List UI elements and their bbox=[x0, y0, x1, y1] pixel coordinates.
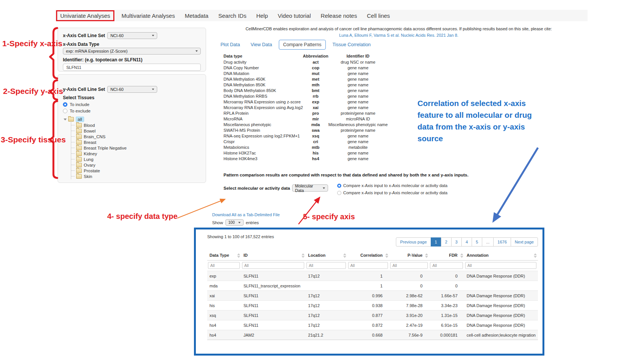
column-header-id[interactable]: ID bbox=[241, 251, 306, 261]
molecular-data-select[interactable]: Molecular Data bbox=[292, 184, 328, 192]
tab-plot-data[interactable]: Plot Data bbox=[217, 40, 244, 49]
page-button-5[interactable]: 5 bbox=[472, 237, 482, 247]
x-axis-cell-line-set-value: NCI-60 bbox=[110, 33, 123, 38]
page-button-4[interactable]: 4 bbox=[461, 237, 472, 247]
tab-view-data[interactable]: View Data bbox=[247, 40, 276, 49]
filter-input-p-value[interactable] bbox=[390, 262, 428, 269]
axis-option-label: Compare x-Axis input to y-Axis molecular… bbox=[343, 190, 447, 195]
axis-option-2[interactable]: Compare x-Axis input to y-Axis molecular… bbox=[337, 190, 447, 195]
datatype-row: DNA Copy Numbercopgene name bbox=[224, 65, 388, 70]
tree-node-label: Lung bbox=[84, 157, 94, 162]
column-header-location[interactable]: Location bbox=[306, 251, 347, 261]
tissue-node-blood[interactable]: Blood bbox=[71, 122, 201, 128]
show-entries-select[interactable]: 100 bbox=[225, 219, 244, 226]
citation-link[interactable]: Luna A, Elloumi F, Varma S et al. Nuclei… bbox=[242, 33, 556, 37]
tree-node-label: Blood bbox=[84, 123, 95, 128]
nav-item-multivariate-analyses[interactable]: Multivariate Analyses bbox=[117, 12, 180, 19]
page-button-2[interactable]: 2 bbox=[441, 237, 452, 247]
folder-icon bbox=[76, 151, 82, 156]
sort-icon[interactable] bbox=[460, 253, 463, 258]
prev-page-button[interactable]: Previous page bbox=[396, 237, 431, 247]
nav-item-video-tutorial[interactable]: Video tutorial bbox=[273, 12, 316, 19]
sort-icon[interactable] bbox=[385, 253, 388, 258]
page-button-1[interactable]: 1 bbox=[431, 237, 441, 247]
nav-item-search-ids[interactable]: Search IDs bbox=[213, 12, 251, 19]
radio-icon[interactable] bbox=[337, 191, 341, 195]
tab-compare-patterns[interactable]: Compare Patterns bbox=[279, 40, 325, 50]
next-page-button[interactable]: Next page bbox=[511, 237, 538, 247]
tissues-exclude-option[interactable]: To exclude bbox=[63, 109, 201, 113]
tissue-node-ovary[interactable]: Ovary bbox=[71, 162, 201, 168]
x-axis-data-type-label: x-Axis Data Type bbox=[63, 42, 201, 47]
sort-icon[interactable] bbox=[343, 253, 346, 258]
tissue-tree: all BloodBowelBrain_CNSBreastBreast Trip… bbox=[63, 116, 201, 179]
page-button-3[interactable]: 3 bbox=[451, 237, 462, 247]
column-header-data-type[interactable]: Data Type bbox=[207, 251, 241, 261]
results-box: Showing 1 to 100 of 167,522 entries Prev… bbox=[194, 228, 544, 356]
axis-option-group: Compare x-Axis input to x-Axis molecular… bbox=[337, 183, 447, 198]
y-axis-cell-line-set-select[interactable]: NCI-60 bbox=[107, 86, 157, 93]
tissue-node-skin[interactable]: Skin bbox=[71, 173, 201, 179]
chevron-down-icon bbox=[152, 35, 154, 36]
tissue-node-bowel[interactable]: Bowel bbox=[71, 128, 201, 134]
tab-tissue-correlation[interactable]: Tissue Correlation bbox=[329, 40, 375, 49]
filter-input-id[interactable] bbox=[242, 262, 305, 269]
sort-icon[interactable] bbox=[425, 253, 428, 258]
sort-icon[interactable] bbox=[237, 253, 240, 258]
annotation-step1: 1-Specify x-axis bbox=[2, 39, 63, 48]
intro-text: CellMinerCDB enables exploration and ana… bbox=[242, 27, 556, 31]
tissue-node-kidney[interactable]: Kidney bbox=[71, 151, 201, 156]
tree-connector bbox=[71, 159, 75, 159]
nav-item-help[interactable]: Help bbox=[251, 12, 273, 19]
download-all-link[interactable]: Download All as a Tab-Delimited File bbox=[212, 212, 280, 217]
datatype-row: Body DNA Methylation 850Kbmtgene name bbox=[224, 87, 388, 93]
radio-icon[interactable] bbox=[63, 109, 67, 113]
filter-input-annotation[interactable] bbox=[465, 262, 536, 269]
content-tabs: Plot DataView DataCompare PatternsTissue… bbox=[217, 40, 585, 50]
tree-connector bbox=[71, 148, 75, 148]
tissue-node-breast[interactable]: Breast bbox=[71, 139, 201, 145]
identifier-input[interactable] bbox=[63, 64, 201, 71]
radio-icon[interactable] bbox=[63, 102, 67, 107]
radio-icon[interactable] bbox=[337, 184, 341, 188]
datatype-row: DNA Methylation RRBSrrbgene name bbox=[224, 93, 388, 99]
tree-node-label: Breast Triple Negative bbox=[84, 146, 127, 150]
x-axis-data-type-select[interactable]: exp: mRNA Expression (Z-Score) bbox=[63, 48, 201, 55]
x-axis-cell-line-set-select[interactable]: NCI-60 bbox=[107, 32, 157, 39]
datatype-legend-table: Data type Abbreviation Identifier ID Dru… bbox=[224, 53, 388, 161]
filter-input-fdr[interactable] bbox=[430, 262, 463, 269]
tissues-include-option[interactable]: To include bbox=[63, 102, 201, 107]
tissue-node-breast-triple-negative[interactable]: Breast Triple Negative bbox=[71, 145, 201, 151]
nav-item-cell-lines[interactable]: Cell lines bbox=[362, 12, 395, 19]
tissue-node-brain-cns[interactable]: Brain_CNS bbox=[71, 134, 201, 139]
tree-connector bbox=[71, 170, 75, 171]
tissue-node-all[interactable]: all bbox=[63, 116, 201, 122]
tree-connector bbox=[71, 131, 75, 131]
column-header-label: Correlation bbox=[360, 253, 383, 257]
tree-expander-icon[interactable] bbox=[64, 119, 67, 120]
filter-input-correlation[interactable] bbox=[348, 262, 388, 269]
column-header-label: P-Value bbox=[408, 253, 423, 257]
nav-item-release-notes[interactable]: Release notes bbox=[316, 12, 362, 19]
column-header-p-value[interactable]: P-Value bbox=[389, 251, 430, 261]
nav-item-metadata[interactable]: Metadata bbox=[180, 12, 214, 19]
filter-input-data-type[interactable] bbox=[208, 262, 240, 269]
nav-item-univariate-analyses[interactable]: Univariate Analyses bbox=[56, 10, 114, 21]
sort-icon[interactable] bbox=[534, 253, 537, 258]
chevron-down-icon bbox=[195, 50, 198, 52]
tissue-node-lung[interactable]: Lung bbox=[71, 156, 201, 162]
datatype-row: RNA-seq Expression using log2.FPKM+1xsqg… bbox=[224, 133, 388, 139]
top-nav: Univariate AnalysesMultivariate Analyses… bbox=[55, 10, 588, 21]
axis-option-1[interactable]: Compare x-Axis input to x-Axis molecular… bbox=[337, 183, 447, 188]
folder-icon bbox=[76, 163, 82, 167]
pattern-comparison-note: Pattern comparison results are computed … bbox=[224, 173, 585, 177]
column-header-annotation[interactable]: Annotation bbox=[464, 251, 538, 261]
tissue-node-prostate[interactable]: Prostate bbox=[71, 168, 201, 173]
filter-input-location[interactable] bbox=[306, 262, 345, 269]
show-entries-row: Show 100 entries bbox=[212, 219, 585, 226]
column-header-correlation[interactable]: Correlation bbox=[347, 251, 389, 261]
folder-icon bbox=[76, 157, 82, 162]
sort-icon[interactable] bbox=[302, 253, 305, 258]
page-button-1676[interactable]: 1676 bbox=[493, 237, 511, 247]
column-header-fdr[interactable]: FDR bbox=[429, 251, 464, 261]
